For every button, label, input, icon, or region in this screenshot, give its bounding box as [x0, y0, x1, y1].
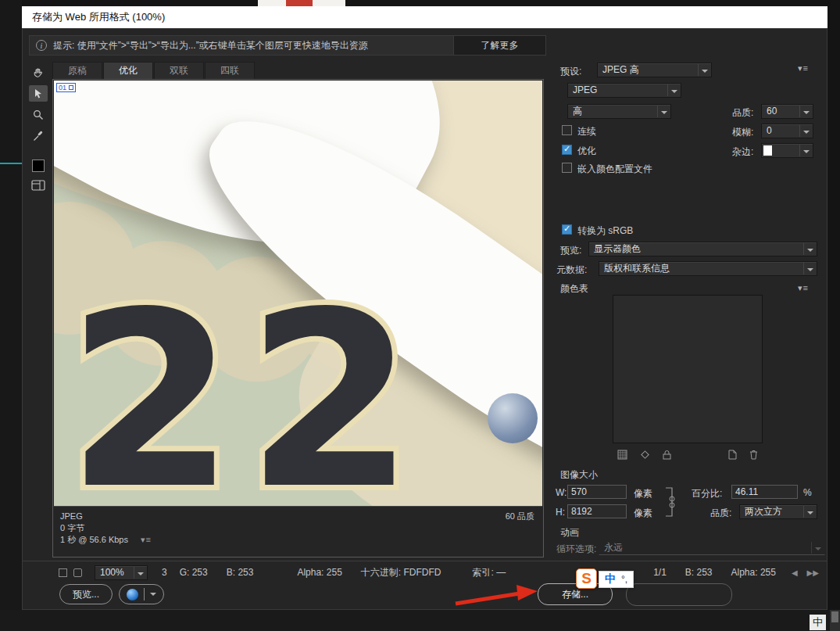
learn-more-button[interactable]: 了解更多: [453, 36, 545, 55]
lock-color-icon[interactable]: [663, 450, 671, 460]
preview-in-browser-button[interactable]: 预览...: [59, 584, 113, 604]
ime-punct-indicator: °,: [621, 574, 627, 585]
status-b-value: B: 253: [227, 567, 254, 578]
ime-popup[interactable]: S 中 °,: [576, 568, 634, 589]
ime-status-box[interactable]: 中 °,: [599, 571, 634, 588]
quality-label: 品质:: [732, 106, 753, 120]
optimized-checkbox[interactable]: [562, 145, 572, 155]
image-size-title: 图像大小: [560, 468, 598, 482]
tab-optimized[interactable]: 优化: [103, 62, 153, 79]
eyedropper-tool-button[interactable]: [29, 127, 48, 144]
preview-status: JPEG 0 字节 1 秒 @ 56.6 Kbps▾≡ 60 品质: [54, 506, 542, 556]
quality-select[interactable]: 60: [761, 104, 813, 119]
animation-title: 动画: [560, 526, 579, 540]
zoom-tool-button[interactable]: [29, 106, 48, 123]
tab-4up[interactable]: 四联: [205, 62, 255, 79]
preview-file-size: 0 字节: [60, 522, 536, 534]
numerals-fill: 22: [66, 280, 425, 507]
info-icon: i: [36, 40, 47, 51]
artwork-sphere: [488, 393, 538, 443]
animation-b-value: B: 253: [685, 567, 713, 578]
ime-lang-indicator: 中: [605, 572, 616, 586]
metadata-label: 元数据:: [556, 264, 587, 277]
preview-mode-label: 预览:: [560, 244, 581, 257]
status-bar: 100% 3 G: 253 B: 253 Alpha: 255 十六进制: FD…: [23, 561, 827, 583]
slice-badge: 01: [56, 83, 76, 92]
preview-format: JPEG: [60, 511, 536, 522]
preview-quality: 60 品质: [506, 511, 534, 522]
resample-quality-label: 品质:: [710, 507, 731, 520]
hand-icon: [32, 66, 45, 79]
embed-profile-label: 嵌入颜色配置文件: [577, 163, 652, 176]
tab-2up[interactable]: 双联: [154, 62, 204, 79]
dialog-titlebar[interactable]: 存储为 Web 所用格式 (100%): [22, 6, 827, 28]
blur-select[interactable]: 0: [761, 124, 813, 138]
percent-label: 百分比:: [692, 487, 722, 500]
status-g-value: G: 253: [180, 567, 208, 578]
web-shift-icon[interactable]: [640, 450, 650, 460]
chevron-down-icon: [150, 593, 156, 596]
settings-panel-menu-icon[interactable]: ▾≡: [798, 63, 809, 73]
color-table-title: 颜色表: [560, 282, 588, 296]
height-label: H:: [556, 507, 565, 518]
toggle-slices-visibility-button[interactable]: [29, 177, 48, 193]
browser-select-button[interactable]: [119, 584, 164, 604]
tool-column: [29, 64, 48, 193]
resample-quality-select[interactable]: 两次立方: [739, 504, 817, 519]
save-for-web-dialog: i 提示: 使用“文件”>“导出”>“导出为...”或右键单击某个图层可更快速地…: [22, 28, 827, 610]
artwork-numerals: 22 22: [66, 280, 473, 507]
page-icon[interactable]: [73, 568, 82, 577]
sogou-logo-icon: S: [576, 568, 597, 589]
slice-outline-icon[interactable]: [59, 568, 67, 577]
preview-download-time: 1 秒 @ 56.6 Kbps: [60, 535, 128, 544]
animation-alpha-value: Alpha: 255: [731, 567, 776, 578]
animation-frame-counter: 1/1: [653, 567, 667, 578]
progressive-checkbox[interactable]: [562, 125, 572, 135]
dialog-title: 存储为 Web 所用格式 (100%): [32, 10, 165, 24]
background-left-strip: [0, 0, 22, 631]
width-field[interactable]: 570: [567, 485, 627, 499]
percent-field[interactable]: 46.11: [731, 485, 798, 499]
preview-mode-select[interactable]: 显示器颜色: [588, 242, 817, 256]
delete-color-icon[interactable]: [749, 450, 758, 460]
percent-unit: %: [803, 487, 812, 498]
slice-select-tool-button[interactable]: [29, 85, 48, 102]
loop-options-label: 循环选项:: [556, 543, 596, 556]
info-bar: i 提示: 使用“文件”>“导出”>“导出为...”或右键单击某个图层可更快速地…: [29, 35, 546, 56]
background-scrollbar[interactable]: [830, 610, 840, 631]
previous-frame-icon: ◀: [792, 568, 798, 577]
tab-original[interactable]: 原稿: [52, 62, 102, 79]
slice-number: 01: [59, 84, 66, 91]
preset-label: 预设:: [560, 65, 581, 78]
taskbar-ime-indicator[interactable]: 中: [810, 615, 826, 630]
button-divider: [144, 588, 145, 601]
next-frame-icon: ▶▶: [807, 568, 819, 577]
status-menu-icon[interactable]: ▾≡: [141, 535, 152, 544]
format-select[interactable]: JPEG: [567, 83, 681, 98]
link-dimensions-icon[interactable]: [663, 485, 677, 519]
preview-canvas[interactable]: 22 22 01: [54, 81, 542, 507]
scrollbar-thumb[interactable]: [831, 611, 838, 622]
loop-options-select: 永远: [599, 540, 825, 555]
height-field[interactable]: 8192: [567, 504, 627, 518]
color-table-menu-icon[interactable]: ▾≡: [798, 283, 809, 293]
eyedropper-color-swatch[interactable]: [32, 160, 45, 172]
convert-srgb-checkbox[interactable]: [562, 224, 572, 235]
embed-profile-checkbox[interactable]: [562, 163, 572, 173]
compression-select[interactable]: 高: [567, 104, 671, 119]
preset-select[interactable]: JPEG 高: [597, 63, 712, 77]
info-text: 提示: 使用“文件”>“导出”>“导出为...”或右键单击某个图层可更快速地导出…: [53, 39, 368, 52]
status-r-value: 3: [162, 567, 167, 578]
eyedropper-icon: [32, 130, 45, 142]
zoom-level-select[interactable]: 100%: [95, 565, 148, 580]
color-table-toolbar: [613, 448, 763, 461]
matte-color-swatch: [763, 145, 772, 156]
done-button-outline[interactable]: [626, 583, 732, 606]
blur-label: 模糊:: [732, 126, 753, 139]
width-unit: 像素: [634, 487, 652, 500]
metadata-select[interactable]: 版权和联系信息: [599, 261, 817, 276]
new-color-icon[interactable]: [728, 450, 737, 460]
dither-icon[interactable]: [617, 450, 627, 460]
hand-tool-button[interactable]: [29, 64, 48, 81]
matte-select[interactable]: [761, 143, 813, 158]
